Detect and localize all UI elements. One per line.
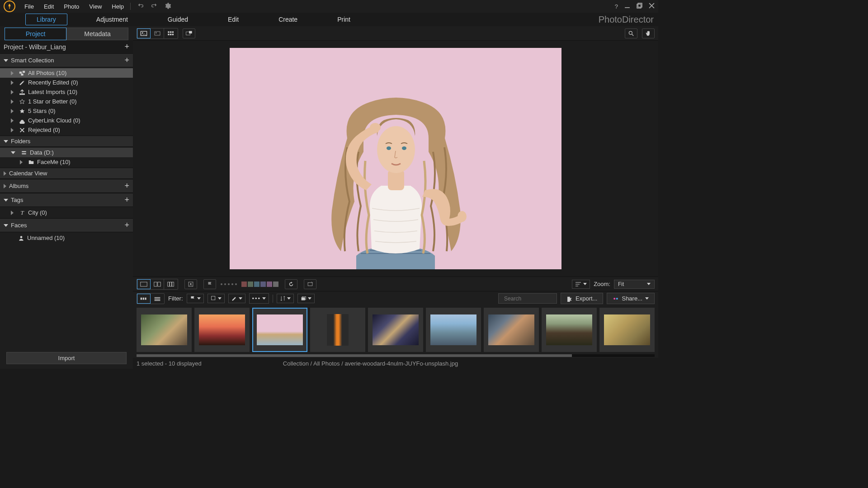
face-tag-icon[interactable] bbox=[184, 279, 197, 289]
rating-dots[interactable] bbox=[221, 283, 237, 285]
svg-point-27 bbox=[387, 146, 391, 150]
maximize-icon[interactable] bbox=[637, 3, 642, 10]
folder-faceme[interactable]: FaceMe (10) bbox=[0, 157, 133, 167]
color-labels[interactable] bbox=[241, 282, 278, 287]
filter-sort[interactable] bbox=[277, 294, 294, 303]
add-tag-icon[interactable]: + bbox=[124, 195, 129, 205]
close-icon[interactable] bbox=[649, 3, 655, 10]
tab-project[interactable]: Project bbox=[5, 28, 66, 40]
settings-icon[interactable] bbox=[164, 2, 171, 11]
filter-flag[interactable] bbox=[187, 294, 204, 303]
smart-item-3[interactable]: 1 Star or Better (0) bbox=[0, 97, 133, 106]
menu-view[interactable]: View bbox=[89, 3, 102, 10]
view-compare-icon[interactable] bbox=[151, 28, 164, 38]
crop-icon[interactable] bbox=[304, 279, 316, 289]
minimize-icon[interactable] bbox=[624, 3, 630, 10]
mode-library[interactable]: Library bbox=[25, 14, 67, 25]
menu-photo[interactable]: Photo bbox=[64, 3, 79, 10]
layout-multi-icon[interactable] bbox=[164, 279, 178, 289]
redo-icon[interactable] bbox=[151, 2, 158, 11]
photo-viewer[interactable] bbox=[133, 41, 658, 277]
smart-item-4[interactable]: 5 Stars (0) bbox=[0, 106, 133, 116]
menu-bar: File Edit Photo View Help ? bbox=[0, 0, 658, 13]
tag-city[interactable]: T City (0) bbox=[0, 208, 133, 217]
thumbnail-7[interactable] bbox=[542, 308, 597, 352]
add-project-icon[interactable]: + bbox=[124, 42, 129, 52]
section-calendar[interactable]: Calendar View bbox=[0, 168, 133, 179]
hand-tool-icon[interactable] bbox=[642, 28, 655, 38]
menu-edit[interactable]: Edit bbox=[44, 3, 54, 10]
section-folders[interactable]: Folders bbox=[0, 136, 133, 147]
svg-rect-18 bbox=[170, 33, 171, 35]
zoom-select[interactable]: Fit bbox=[614, 280, 655, 289]
folder-drive[interactable]: Data (D:) bbox=[0, 148, 133, 157]
svg-rect-44 bbox=[143, 297, 144, 300]
rotate-icon[interactable] bbox=[285, 279, 297, 289]
mode-guided[interactable]: Guided bbox=[157, 14, 199, 25]
smart-icon bbox=[19, 89, 25, 95]
filmstrip bbox=[133, 305, 658, 354]
smart-item-2[interactable]: Latest Imports (10) bbox=[0, 87, 133, 97]
section-tags[interactable]: Tags + bbox=[0, 193, 133, 207]
menu-help[interactable]: Help bbox=[112, 3, 124, 10]
export-button[interactable]: Export... bbox=[561, 293, 603, 304]
smart-icon bbox=[19, 99, 25, 105]
thumbnail-5[interactable] bbox=[426, 308, 481, 352]
add-album-icon[interactable]: + bbox=[124, 181, 129, 191]
thumbnail-8[interactable] bbox=[599, 308, 655, 352]
thumb-small-icon[interactable] bbox=[137, 294, 151, 304]
thumb-list-icon[interactable] bbox=[151, 294, 164, 304]
layout-single-icon[interactable] bbox=[137, 279, 151, 289]
thumbnail-3[interactable] bbox=[310, 308, 365, 352]
secondary-display-icon[interactable] bbox=[183, 28, 195, 38]
thumbnail-6[interactable] bbox=[484, 308, 539, 352]
svg-point-38 bbox=[190, 283, 192, 284]
svg-rect-33 bbox=[157, 282, 160, 286]
thumbnail-1[interactable] bbox=[194, 308, 250, 352]
smart-item-1[interactable]: Recently Edited (0) bbox=[0, 78, 133, 87]
help-icon[interactable]: ? bbox=[615, 3, 618, 10]
mode-print[interactable]: Print bbox=[326, 14, 361, 25]
svg-rect-10 bbox=[141, 31, 146, 35]
mode-adjustment[interactable]: Adjustment bbox=[85, 14, 139, 25]
face-unnamed[interactable]: Unnamed (10) bbox=[0, 233, 133, 243]
thumbnail-2[interactable] bbox=[252, 308, 307, 352]
smart-icon bbox=[19, 70, 25, 76]
svg-rect-35 bbox=[170, 282, 172, 286]
add-smart-icon[interactable]: + bbox=[124, 56, 129, 65]
smart-item-5[interactable]: CyberLink Cloud (0) bbox=[0, 116, 133, 125]
view-grid-icon[interactable] bbox=[164, 28, 178, 38]
section-smart-collection[interactable]: Smart Collection + bbox=[0, 53, 133, 67]
mode-create[interactable]: Create bbox=[268, 14, 308, 25]
filter-more[interactable]: ••• bbox=[249, 293, 269, 304]
text-icon: T bbox=[19, 210, 25, 216]
menu-file[interactable]: File bbox=[24, 3, 34, 10]
thumbnail-4[interactable] bbox=[368, 308, 423, 352]
add-face-icon[interactable]: + bbox=[124, 221, 129, 230]
view-single-icon[interactable] bbox=[137, 28, 151, 38]
zoom-tool-icon[interactable] bbox=[625, 28, 637, 38]
filter-edited[interactable] bbox=[228, 294, 245, 303]
svg-point-22 bbox=[629, 31, 632, 34]
filmstrip-scrollbar[interactable] bbox=[133, 354, 658, 358]
flag-icon[interactable] bbox=[203, 279, 216, 289]
share-icon bbox=[613, 296, 619, 302]
svg-point-30 bbox=[458, 211, 467, 222]
section-faces[interactable]: Faces + bbox=[0, 218, 133, 232]
sort-button[interactable] bbox=[572, 280, 590, 289]
tab-metadata[interactable]: Metadata bbox=[66, 28, 128, 40]
smart-item-0[interactable]: All Photos (10) bbox=[0, 68, 133, 78]
filter-label-color[interactable] bbox=[208, 294, 225, 303]
undo-icon[interactable] bbox=[137, 2, 144, 11]
layout-split-icon[interactable] bbox=[151, 279, 164, 289]
section-albums[interactable]: Albums + bbox=[0, 179, 133, 193]
search-box[interactable]: ✕ bbox=[498, 293, 557, 304]
filter-stack[interactable] bbox=[297, 294, 315, 303]
thumbnail-0[interactable] bbox=[137, 308, 192, 352]
svg-rect-6 bbox=[23, 70, 25, 72]
share-button[interactable]: Share... bbox=[607, 293, 655, 304]
smart-icon bbox=[19, 117, 25, 124]
mode-edit[interactable]: Edit bbox=[217, 14, 250, 25]
import-button[interactable]: Import bbox=[6, 352, 127, 364]
smart-item-6[interactable]: Rejected (0) bbox=[0, 125, 133, 135]
